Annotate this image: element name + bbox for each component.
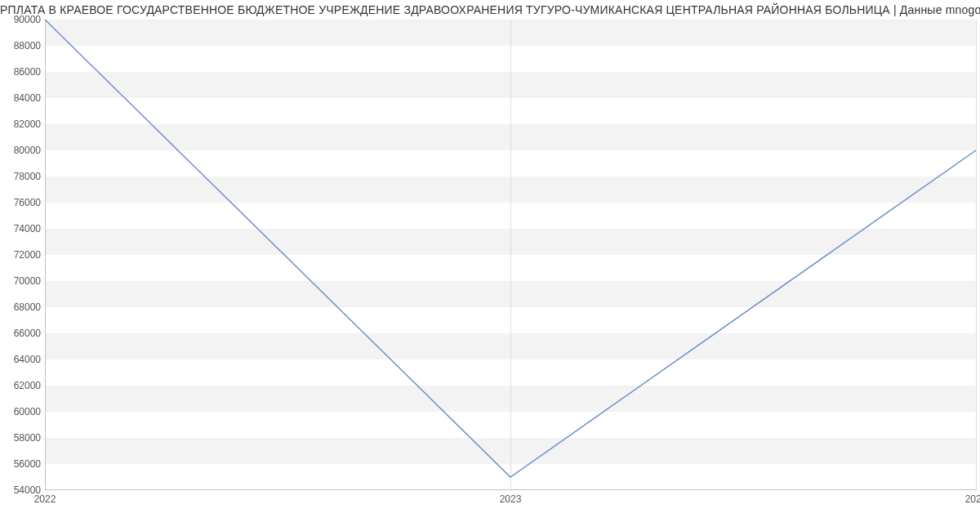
y-tick-label: 68000 <box>3 301 41 313</box>
y-tick-label: 76000 <box>3 197 41 208</box>
y-tick-label: 64000 <box>3 354 41 365</box>
y-tick-label: 72000 <box>3 249 41 261</box>
y-tick-label: 70000 <box>3 275 41 287</box>
y-tick-label: 58000 <box>3 432 41 444</box>
y-tick-label: 56000 <box>3 458 41 470</box>
y-tick-label: 90000 <box>3 14 41 25</box>
chart-title: РПЛАТА В КРАЕВОЕ ГОСУДАРСТВЕННОЕ БЮДЖЕТН… <box>0 3 980 16</box>
y-tick-label: 78000 <box>3 171 41 182</box>
grid-line <box>976 20 977 490</box>
y-tick-label: 74000 <box>3 223 41 234</box>
data-line <box>45 20 976 490</box>
y-tick-label: 60000 <box>3 406 41 417</box>
plot-area <box>45 20 976 490</box>
y-tick-label: 80000 <box>3 145 41 156</box>
y-tick-label: 86000 <box>3 66 41 78</box>
y-tick-label: 66000 <box>3 328 41 339</box>
x-tick-label: 2022 <box>34 493 56 505</box>
y-tick-label: 84000 <box>3 92 41 104</box>
x-tick-label: 2023 <box>500 493 522 505</box>
y-tick-label: 62000 <box>3 380 41 391</box>
y-tick-label: 88000 <box>3 40 41 51</box>
x-tick-label: 2024 <box>965 493 980 505</box>
y-tick-label: 82000 <box>3 118 41 130</box>
